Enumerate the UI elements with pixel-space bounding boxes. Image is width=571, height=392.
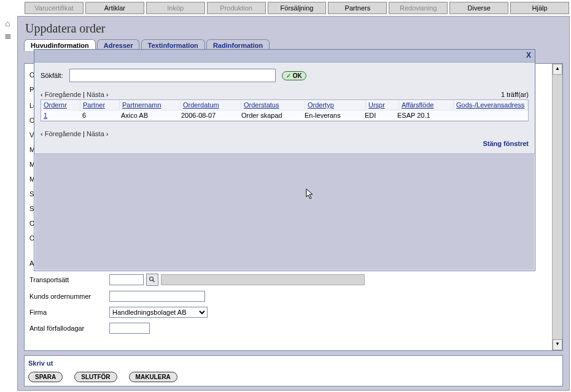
transportsatt-label: Transportsätt (29, 276, 109, 283)
nav-partners[interactable]: Partners (328, 2, 387, 14)
cell-orderdatum: 2006-08-07 (179, 110, 239, 121)
nav-redovisning[interactable]: Redovisning (389, 2, 448, 14)
antal-forfallodagar-input[interactable] (109, 323, 150, 334)
nav-diverse[interactable]: Diverse (449, 2, 508, 14)
cell-partner: 6 (80, 110, 118, 121)
sokfalt-input[interactable] (69, 69, 276, 82)
home-icon[interactable]: ⌂ (2, 18, 13, 28)
cell-partnernamn: Axico AB (118, 110, 179, 121)
col-orderdatum[interactable]: Orderdatum (181, 100, 241, 110)
table-row[interactable]: 1 6 Axico AB 2006-08-07 Order skapad En-… (41, 110, 528, 121)
nav-artiklar[interactable]: Artiklar (85, 2, 144, 14)
prev-link-bottom[interactable]: Föregående (45, 130, 81, 137)
grid-header: Ordernr Partner Partnernamn Orderdatum O… (41, 100, 528, 110)
nav-forsaljning[interactable]: Försäljning (268, 2, 327, 14)
pager-bottom: ‹ Föregående | Nästa › (41, 130, 109, 137)
next-link-top[interactable]: Nästa (87, 91, 104, 98)
hit-count: 1 träff(ar) (501, 91, 529, 98)
cell-ordertyp: En-leverans (302, 110, 362, 121)
left-rail: ⌂ ≣ (0, 16, 15, 43)
next-link-bottom[interactable]: Nästa (87, 130, 104, 137)
cell-orderstatus: Order skapad (239, 110, 302, 121)
col-ordernr[interactable]: Ordernr (41, 100, 80, 110)
firma-select[interactable]: Handledningsbolaget AB (109, 307, 208, 318)
page-title: Uppdatera order (25, 21, 562, 36)
results-grid: Ordernr Partner Partnernamn Orderdatum O… (41, 99, 529, 121)
nav-inkop[interactable]: Inköp (146, 2, 205, 14)
kunds-ordernr-input[interactable] (109, 291, 205, 302)
transportsatt-display (161, 274, 365, 285)
col-partnernamn[interactable]: Partnernamn (120, 100, 181, 110)
scroll-down-button[interactable]: ▼ (553, 339, 562, 350)
transportsatt-lookup-button[interactable] (146, 274, 158, 286)
col-affarsflode[interactable]: Affärsflöde (399, 100, 454, 110)
svg-line-3 (153, 280, 155, 282)
firma-label: Firma (29, 309, 109, 316)
top-nav: Varucertifikat Artiklar Inköp Produktion… (0, 0, 571, 16)
cancel-button[interactable]: MAKULERA (129, 372, 177, 382)
col-gods[interactable]: Gods-/Leveransadress (454, 100, 528, 110)
svg-point-2 (150, 277, 153, 281)
footer: Skriv ut SPARA SLUTFÖR MAKULERA (24, 355, 563, 386)
nav-produktion[interactable]: Produktion (207, 2, 266, 14)
col-urspr[interactable]: Urspr (366, 100, 399, 110)
col-ordertyp[interactable]: Ordertyp (305, 100, 366, 110)
cell-affarsflode: ESAP 20.1 (395, 110, 449, 121)
antal-forfallodagar-label: Antal förfallodagar (29, 325, 109, 332)
ok-button[interactable]: ✓ OK (282, 71, 306, 80)
sokfalt-label: Sökfält: (41, 72, 63, 79)
popup-titlebar: X (34, 50, 535, 63)
pager-top: ‹ Föregående | Nästa › (41, 91, 109, 98)
search-popup: X Sökfält: ✓ OK ‹ Föregående | Nästa › 1… (34, 49, 535, 271)
ok-label: OK (293, 72, 302, 79)
check-icon: ✓ (286, 72, 291, 79)
close-window-link[interactable]: Stäng fönstret (483, 140, 529, 147)
nav-hjalp[interactable]: Hjälp (510, 2, 569, 14)
cell-urspr: EDI (362, 110, 395, 121)
print-link[interactable]: Skriv ut (28, 359, 53, 367)
vertical-scrollbar[interactable]: ▲ ▼ (552, 64, 562, 350)
kunds-ordernr-label: Kunds ordernummer (29, 293, 109, 300)
popup-close-button[interactable]: X (526, 51, 531, 60)
save-button[interactable]: SPARA (28, 372, 63, 382)
cell-ordernr[interactable]: 1 (44, 112, 47, 119)
nav-varucertifikat[interactable]: Varucertifikat (25, 2, 84, 14)
transportsatt-input[interactable] (109, 274, 144, 285)
prev-link-top[interactable]: Föregående (45, 91, 81, 98)
list-icon[interactable]: ≣ (2, 31, 13, 40)
col-partner[interactable]: Partner (80, 100, 120, 110)
cell-gods (449, 110, 528, 121)
popup-body: Sökfält: ✓ OK ‹ Föregående | Nästa › 1 t… (34, 63, 535, 154)
finish-button[interactable]: SLUTFÖR (74, 372, 117, 382)
scroll-up-button[interactable]: ▲ (553, 64, 562, 75)
col-orderstatus[interactable]: Orderstatus (241, 100, 305, 110)
search-icon (149, 276, 156, 283)
